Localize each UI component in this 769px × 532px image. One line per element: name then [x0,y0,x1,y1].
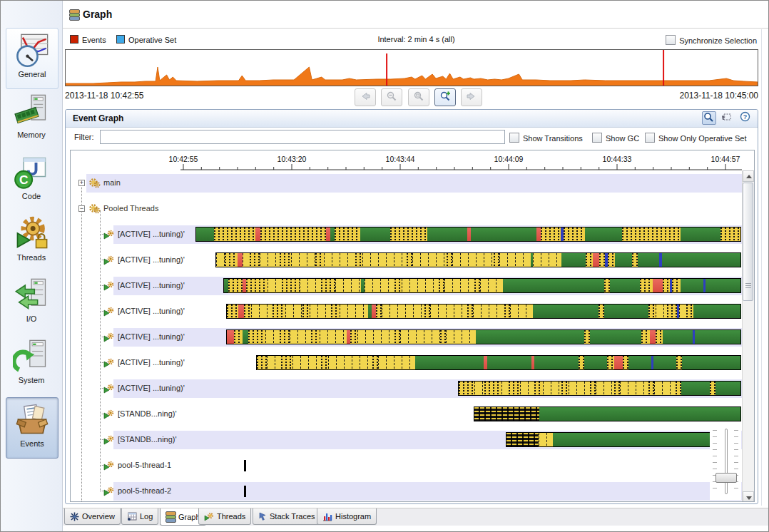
zoom-slider-handle[interactable] [715,473,737,483]
thread-row[interactable]: [ACTIVE] ...tuning)' [71,324,743,350]
sidebar-item-io[interactable]: I/O [6,273,57,333]
help-button[interactable]: ? [738,111,752,125]
bar-segment-h [632,253,638,267]
thread-activity-bar[interactable] [215,252,741,267]
back-button[interactable] [355,88,376,106]
scrollbar-thumb[interactable] [743,183,753,301]
bar-segment-r [238,305,244,318]
tab-stack-traces[interactable]: Stack Traces [253,508,321,525]
thread-row[interactable]: [ACTIVE] ...tuning)' [71,222,743,247]
bar-segment-r [255,227,260,241]
tab-log[interactable]: Log [121,508,158,525]
checkbox-box[interactable] [509,133,519,143]
overview-area-chart [66,50,758,86]
thread-activity-bar[interactable] [223,278,741,293]
thread-row[interactable]: −Pooled Threads [71,196,743,222]
thread-row[interactable]: [ACTIVE] ...tuning)' [71,273,743,299]
time-axis: 10:42:5510:43:2010:43:4410:44:0910:44:33… [71,150,743,170]
sidebar-item-code[interactable]: C Code [6,150,57,210]
sidebar-item-label: I/O [6,314,57,323]
thread-label: [ACTIVE] ...tuning)' [118,384,185,392]
bar-segment-g [610,279,640,292]
thread-row[interactable]: [ACTIVE] ...tuning)' [71,376,743,401]
status-bar [63,526,769,532]
bar-segment-g [662,253,740,267]
arrow-left-icon [360,91,371,101]
thread-activity-bar[interactable] [195,227,741,242]
bar-segment-g [681,382,710,395]
zoom-slider-track[interactable] [725,429,728,494]
bar-segment-h [394,330,400,344]
vertical-scrollbar[interactable] [742,170,754,502]
thread-row[interactable]: [ACTIVE] ...tuning)' [71,299,743,324]
forward-button[interactable] [461,88,482,106]
thread-row[interactable]: [ACTIVE] ...tuning)' [71,350,743,376]
thread-row[interactable]: [STANDB...ning)' [71,401,743,427]
thread-icon [204,512,214,521]
zoom-tool-button[interactable] [702,111,716,125]
tab-threads[interactable]: Threads [198,508,251,525]
bar-segment-h [534,382,543,395]
thread-activity-bar[interactable] [474,406,741,421]
bar-segment-y [656,305,667,318]
sidebar-item-general[interactable]: General [6,28,58,89]
thread-timeline-graph[interactable]: 10:42:5510:43:2010:43:4410:44:0910:44:33… [70,150,755,502]
bar-segment-y [290,330,311,344]
zoom-fit-button[interactable] [408,88,429,106]
bar-segment-y [400,330,440,344]
scroll-up-button[interactable] [743,170,754,182]
thread-activity-bar[interactable] [506,432,741,447]
bar-segment-g [415,356,484,369]
thread-row[interactable]: +main [71,170,743,196]
checkbox-box[interactable] [592,133,602,143]
region-select-button[interactable] [720,111,734,125]
bar-segment-g [695,330,740,344]
show-transitions-checkbox[interactable]: Show Transitions [509,133,583,143]
filter-input[interactable] [100,130,505,144]
thread-icon [103,332,116,344]
bar-segment-g [706,279,740,292]
thread-icon [103,384,116,395]
bar-segment-y [446,330,476,344]
tree-toggle-collapse[interactable]: − [78,205,85,212]
thread-activity-bar[interactable] [458,381,741,396]
checkbox-box[interactable] [666,35,676,45]
bar-segment-h [579,356,584,369]
zoom-in-button[interactable] [434,88,456,106]
bar-segment-y [268,279,282,292]
bar-segment-h [494,253,499,267]
bar-segment-g [682,356,740,369]
thread-row[interactable]: [ACTIVE] ...tuning)' [71,247,743,273]
thread-icon [103,409,116,421]
svg-text:C: C [19,173,29,187]
tab-histogram[interactable]: Histogram [317,508,377,525]
sidebar-item-memory[interactable]: Memory [6,89,57,149]
tree-toggle-expand[interactable]: + [78,180,85,186]
bar-segment-h [710,382,715,395]
sidebar-item-system[interactable]: System [6,334,57,394]
sidebar-item-events[interactable]: Events [6,397,58,459]
thread-row[interactable]: pool-5-thread-1 [71,453,743,479]
bar-segment-y [474,382,484,395]
tab-overview[interactable]: Overview [64,508,121,525]
bar-segment-y [285,305,302,318]
events-overview-strip-chart[interactable] [65,49,758,86]
bar-segment-h [676,382,681,395]
show-only-operative-set-checkbox[interactable]: Show Only Operative Set [645,133,747,143]
bar-segment-r [650,330,656,344]
bar-segment-y [357,330,394,344]
stack-trace-arrow-icon [258,512,267,521]
bar-segment-y [300,279,321,292]
zoom-out-button[interactable] [381,88,402,106]
sidebar-item-threads[interactable]: Threads [6,212,57,272]
checkbox-box[interactable] [645,133,655,143]
show-gc-checkbox[interactable]: Show GC [592,133,639,143]
thread-activity-bar[interactable] [226,304,741,319]
scroll-down-button[interactable] [743,491,754,502]
thread-row[interactable]: pool-5-thread-2 [71,479,743,502]
thread-activity-bar[interactable] [256,355,741,370]
thread-row[interactable]: [STANDB...ning)' [71,427,743,453]
thread-activity-bar[interactable] [226,329,741,344]
sidebar-item-label: Events [6,439,58,448]
synchronize-selection-checkbox[interactable]: Synchronize Selection [666,35,757,45]
